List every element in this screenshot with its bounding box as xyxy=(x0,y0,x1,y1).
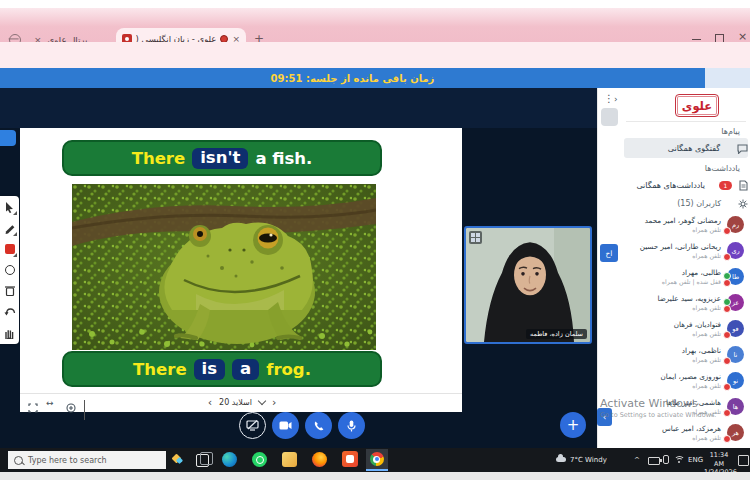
status-dot xyxy=(723,357,731,365)
webcam-button[interactable] xyxy=(272,412,299,439)
user-list-item[interactable]: طا طالبی، مهراد قفل شده | تلفن همراه xyxy=(622,264,750,290)
status-dot xyxy=(723,253,731,261)
user-list-item[interactable]: فو فتوادیان، فرهان تلفن همراه xyxy=(622,316,750,342)
user-status: تلفن همراه xyxy=(692,356,721,363)
floating-user-avatar[interactable]: اح xyxy=(600,244,618,262)
floating-collapse-button[interactable]: ‹ xyxy=(597,408,612,426)
chevron-down-icon[interactable] xyxy=(84,400,85,419)
pencil-tool-button[interactable] xyxy=(0,217,19,238)
user-name: نوروزی مصیر، ایمان xyxy=(661,372,721,381)
language-indicator[interactable]: ENG xyxy=(688,456,703,464)
sidebar-gutter xyxy=(597,88,623,448)
sentence-chip: isn't xyxy=(192,148,248,169)
tray-time: 11:34 AM xyxy=(704,451,734,468)
user-list-item[interactable]: هر هرمزکد، امیر عباس تلفن همراه xyxy=(622,420,750,446)
webcam-focus-icon[interactable] xyxy=(469,231,482,244)
sentence-word: There xyxy=(132,149,186,168)
scrollbar-thumb[interactable] xyxy=(601,108,618,126)
color-swatch-button[interactable] xyxy=(0,238,19,259)
status-dot-green xyxy=(723,298,731,306)
microphone-button[interactable] xyxy=(338,412,365,439)
fit-to-screen-icon[interactable] xyxy=(28,398,38,417)
status-dot xyxy=(723,279,731,287)
messages-section-label: پیام‌ها xyxy=(721,127,740,136)
main-area: There isn't a fish. xyxy=(0,128,597,448)
recorder-app-icon[interactable] xyxy=(342,451,358,467)
actions-plus-button[interactable]: + xyxy=(560,412,586,438)
slide-dropdown-icon[interactable] xyxy=(258,397,266,405)
webcam-panel[interactable]: سلمان زاده، فاطمه xyxy=(464,226,592,344)
user-list-item[interactable]: ری ریحانی طارانی، امیر حسین تلفن همراه xyxy=(622,238,750,264)
status-dot xyxy=(723,305,731,313)
user-status: تلفن همراه xyxy=(692,408,721,415)
options-menu-icon[interactable]: ⋮ xyxy=(604,93,614,104)
slide-number-label[interactable]: اسلاید 20 xyxy=(219,398,252,407)
webcam-name-tag: سلمان زاده، فاطمه xyxy=(526,329,587,339)
user-status: قفل شده | تلفن همراه xyxy=(662,278,721,285)
slide-navigation: ‹ اسلاید 20 › xyxy=(192,395,292,410)
status-dot xyxy=(723,409,731,417)
delete-annotations-button[interactable] xyxy=(0,280,19,301)
panel-handle[interactable] xyxy=(0,130,16,146)
weather-icon[interactable] xyxy=(556,457,566,462)
whiteboard[interactable]: There isn't a fish. xyxy=(20,128,462,393)
edge-icon[interactable] xyxy=(222,452,237,467)
manage-users-gear-icon[interactable] xyxy=(738,194,748,213)
browser-tab-bar: پرتال علوی × علوی - زبان انگلیسی (خانم س… xyxy=(0,8,750,42)
status-dot xyxy=(723,383,731,391)
user-list-item[interactable]: ها هاشمی، امیر طاها تلفن همراه xyxy=(622,394,750,420)
user-list[interactable]: رم رمضانی گوهر، امیر محمد تلفن همراه ری … xyxy=(622,212,750,448)
yellow-app-icon[interactable] xyxy=(282,452,297,467)
user-status: تلفن همراه xyxy=(692,434,721,441)
user-list-item[interactable]: عز عزیزویه، سید علیرضا تلفن همراه xyxy=(622,290,750,316)
multi-user-whiteboard-button[interactable] xyxy=(0,322,19,343)
user-status: تلفن همراه xyxy=(692,382,721,389)
notification-center-icon[interactable] xyxy=(738,455,749,466)
fit-width-icon[interactable]: ↔ xyxy=(46,398,54,408)
user-name: ریحانی طارانی، امیر حسین xyxy=(640,242,721,251)
sentence-word: a fish. xyxy=(255,149,312,168)
task-view-icon[interactable] xyxy=(196,454,209,467)
thickness-tool-button[interactable] xyxy=(0,259,19,280)
copilot-icon[interactable] xyxy=(170,452,186,468)
screenshare-button[interactable] xyxy=(239,412,266,439)
search-input[interactable]: Type here to search xyxy=(8,451,166,469)
user-list-item[interactable]: نو نوروزی مصیر، ایمان تلفن همراه xyxy=(622,368,750,394)
status-dot xyxy=(723,435,731,443)
screen: پرتال علوی × علوی - زبان انگلیسی (خانم س… xyxy=(0,0,750,480)
firefox-icon[interactable] xyxy=(312,452,327,467)
public-chat-item[interactable]: گفتگوی همگانی xyxy=(624,138,748,158)
weather-text[interactable]: 7°C Windy xyxy=(570,456,607,464)
previous-slide-button[interactable]: ‹ xyxy=(208,397,212,408)
frog-photo xyxy=(72,184,376,350)
user-name: طالبی، مهراد xyxy=(682,268,721,277)
user-list-item[interactable]: نا ناظمی، بهراد تلفن همراه xyxy=(622,342,750,368)
tools-cursor-button[interactable] xyxy=(0,196,19,217)
whiteboard-tool-panel xyxy=(0,196,19,344)
shared-notes-item[interactable]: 1 یادداشت‌های همگانی xyxy=(624,175,748,195)
user-name: هرمزکد، امیر عباس xyxy=(662,424,721,433)
public-chat-label: گفتگوی همگانی xyxy=(624,144,730,153)
undo-button[interactable] xyxy=(0,301,19,322)
chat-bubble-icon xyxy=(737,139,748,158)
whiteboard-footer: ↔ ‹ اسلاید 20 › xyxy=(20,393,462,412)
tray-caret-up-icon[interactable]: ^ xyxy=(634,456,640,464)
battery-icon[interactable] xyxy=(648,457,660,465)
next-slide-button[interactable]: › xyxy=(272,397,276,408)
audio-join-button[interactable] xyxy=(305,412,332,439)
windows-taskbar: Type here to search 7°C Windy ^ ENG 11:3… xyxy=(0,448,750,472)
collapse-sidebar-icon[interactable]: › xyxy=(614,94,618,104)
zoom-in-icon[interactable] xyxy=(66,398,76,417)
alavi-logo: علوی xyxy=(675,94,719,117)
tray-mic-icon[interactable] xyxy=(663,455,669,464)
window-minimize-button[interactable] xyxy=(692,34,701,40)
chrome-icon[interactable] xyxy=(366,449,388,471)
network-icon[interactable] xyxy=(674,456,683,464)
whatsapp-icon[interactable] xyxy=(252,452,267,467)
window-close-button[interactable]: × xyxy=(738,32,747,41)
session-time-banner: زمان باقی مانده از جلسه: 09:51 xyxy=(0,68,705,88)
user-list-item[interactable]: رم رمضانی گوهر، امیر محمد تلفن همراه xyxy=(622,212,750,238)
user-status: تلفن همراه xyxy=(692,330,721,337)
sentence-chip: is xyxy=(194,359,225,380)
user-status: تلفن همراه xyxy=(692,252,721,259)
